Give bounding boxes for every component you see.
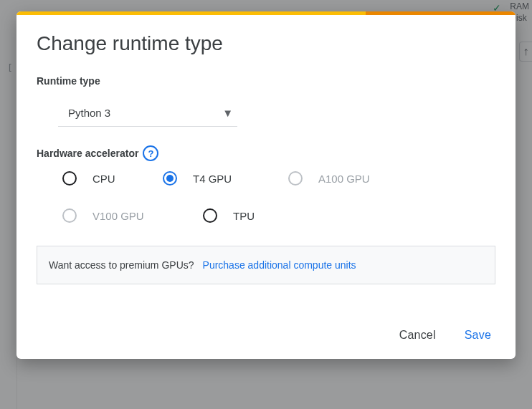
radio-option-cpu[interactable]: CPU: [62, 171, 163, 186]
radio-label: CPU: [92, 173, 115, 185]
runtime-type-select[interactable]: Python 3 ▼: [58, 100, 237, 127]
radio-label: T4 GPU: [193, 173, 232, 185]
help-icon[interactable]: ?: [143, 145, 158, 161]
dialog-footer: Cancel Save: [16, 324, 516, 346]
radio-icon: [288, 171, 303, 186]
hardware-accelerator-radiogroup: CPU T4 GPU A100 GPU V100 GPU TPU: [62, 171, 495, 223]
promo-question: Want access to premium GPUs?: [49, 259, 194, 271]
radio-icon: [62, 208, 77, 223]
runtime-type-selected-value: Python 3: [68, 107, 110, 119]
radio-option-a100-gpu: A100 GPU: [288, 171, 417, 186]
radio-option-tpu[interactable]: TPU: [203, 208, 288, 223]
hardware-accelerator-label: Hardware accelerator ?: [37, 145, 495, 161]
radio-icon: [62, 171, 77, 186]
radio-label: V100 GPU: [92, 210, 144, 222]
radio-label: A100 GPU: [318, 173, 370, 185]
dialog-title: Change runtime type: [37, 32, 495, 55]
purchase-compute-units-link[interactable]: Purchase additional compute units: [203, 259, 356, 271]
radio-option-t4-gpu[interactable]: T4 GPU: [163, 171, 288, 186]
chevron-down-icon: ▼: [222, 107, 233, 119]
radio-option-v100-gpu: V100 GPU: [62, 208, 163, 223]
premium-gpu-promo: Want access to premium GPUs? Purchase ad…: [37, 246, 495, 284]
save-button[interactable]: Save: [462, 324, 494, 346]
change-runtime-dialog: Change runtime type Runtime type Python …: [16, 11, 516, 359]
runtime-type-label: Runtime type: [37, 75, 495, 87]
radio-label: TPU: [233, 210, 255, 222]
cancel-button[interactable]: Cancel: [396, 324, 439, 346]
radio-icon: [203, 208, 217, 223]
radio-icon: [163, 171, 177, 186]
